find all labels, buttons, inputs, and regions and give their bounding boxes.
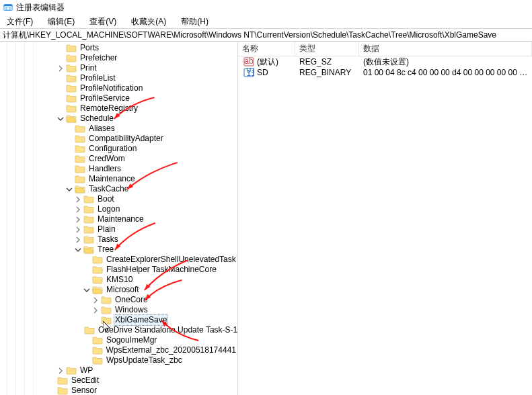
tree-node-maintenance[interactable]: Maintenance xyxy=(0,214,237,224)
folder-icon xyxy=(66,44,77,52)
folder-icon xyxy=(75,124,85,133)
chevron-right-icon[interactable] xyxy=(74,206,82,214)
tree-node-boot[interactable]: Boot xyxy=(0,194,237,204)
tree-node-aliases[interactable]: Aliases xyxy=(0,124,237,134)
folder-icon xyxy=(83,235,94,244)
value-row[interactable]: 011110SDREG_BINARY01 00 04 8c c4 00 00 0… xyxy=(238,67,532,78)
tree-node-plain[interactable]: Plain xyxy=(0,224,237,234)
folder-icon xyxy=(83,195,94,204)
tree-label: SogouImeMgr xyxy=(105,335,158,345)
tree-node-tasks[interactable]: Tasks xyxy=(0,234,237,245)
tree-node-flashhelper-taskmachinecore[interactable]: FlashHelper TaskMachineCore xyxy=(0,265,237,275)
tree-node-sensor[interactable]: Sensor xyxy=(0,386,237,395)
address-bar[interactable]: 计算机\HKEY_LOCAL_MACHINE\SOFTWARE\Microsof… xyxy=(0,28,532,42)
folder-icon xyxy=(101,296,112,304)
tree-node-profilenotification[interactable]: ProfileNotification xyxy=(0,83,237,93)
menu-help[interactable]: 帮助(H) xyxy=(177,15,213,29)
tree-label: Ports xyxy=(79,43,100,53)
folder-icon xyxy=(83,205,94,214)
chevron-right-icon[interactable] xyxy=(74,226,82,234)
tree-label: XblGameSave xyxy=(114,314,168,326)
svg-rect-4 xyxy=(9,7,11,8)
col-type[interactable]: 类型 xyxy=(295,42,359,56)
value-data: 01 00 04 8c c4 00 00 00 d4 00 00 00 00 0… xyxy=(359,68,532,77)
tree-node-prefetcher[interactable]: Prefetcher xyxy=(0,53,237,63)
tree-label: Tree xyxy=(96,245,115,255)
tree-node-compatibilityadapter[interactable]: CompatibilityAdapter xyxy=(0,134,237,144)
svg-rect-2 xyxy=(5,7,8,8)
tree-label: Tasks xyxy=(96,234,120,245)
menu-edit[interactable]: 编辑(E) xyxy=(44,15,79,29)
chevron-down-icon[interactable] xyxy=(65,185,73,193)
menu-file[interactable]: 文件(F) xyxy=(3,15,37,29)
tree-label: WpsExternal_zbc_20200518174441 xyxy=(105,345,237,355)
tree-node-xblgamesave[interactable]: XblGameSave xyxy=(0,315,237,325)
menu-favorites[interactable]: 收藏夹(A) xyxy=(127,15,170,29)
chevron-right-icon[interactable] xyxy=(74,216,82,224)
folder-icon xyxy=(66,64,77,73)
tree-node-configuration[interactable]: Configuration xyxy=(0,144,237,154)
tree-node-maintenance[interactable]: Maintenance xyxy=(0,174,237,184)
tree-node-ports[interactable]: Ports xyxy=(0,43,237,53)
folder-icon xyxy=(66,94,77,103)
tree-label: OneCore xyxy=(114,295,149,305)
folder-icon xyxy=(92,356,103,365)
chevron-down-icon[interactable] xyxy=(56,115,65,123)
folder-icon xyxy=(66,54,77,62)
folder-icon xyxy=(75,155,85,163)
tree-node-onedrive-standalone-update-task-s-1-5[interactable]: OneDrive Standalone Update Task-S-1-5 xyxy=(0,325,237,335)
tree-node-wp[interactable]: WP xyxy=(0,365,237,376)
tree-node-profileservice[interactable]: ProfileService xyxy=(0,93,237,103)
tree-label: ProfileNotification xyxy=(79,83,144,93)
address-path: 计算机\HKEY_LOCAL_MACHINE\SOFTWARE\Microsof… xyxy=(3,30,496,41)
chevron-right-icon[interactable] xyxy=(56,367,65,375)
window-title: 注册表编辑器 xyxy=(16,2,65,13)
menu-view[interactable]: 查看(V) xyxy=(85,15,120,29)
tree-node-wpsexternal-zbc-20200518174441[interactable]: WpsExternal_zbc_20200518174441 xyxy=(0,345,237,355)
tree-node-onecore[interactable]: OneCore xyxy=(0,295,237,305)
folder-icon xyxy=(66,74,77,83)
tree-node-wpsupdatetask-zbc[interactable]: WpsUpdateTask_zbc xyxy=(0,355,237,365)
value-data: (数值未设置) xyxy=(359,56,532,68)
tree-node-windows[interactable]: Windows xyxy=(0,305,237,315)
chevron-right-icon[interactable] xyxy=(56,64,65,73)
tree-node-credwom[interactable]: CredWom xyxy=(0,154,237,164)
tree-node-sogouimemgr[interactable]: SogouImeMgr xyxy=(0,335,237,345)
tree-label: RemoteRegistry xyxy=(79,103,139,114)
tree-label: Logon xyxy=(96,204,121,214)
svg-rect-1 xyxy=(4,5,12,7)
tree-label: SecEdit xyxy=(70,376,100,386)
tree-node-microsoft[interactable]: Microsoft xyxy=(0,285,237,295)
tree-label: Maintenance xyxy=(87,174,137,184)
tree-label: Configuration xyxy=(87,144,138,154)
values-pane[interactable]: 名称 类型 数据 ab(默认)REG_SZ(数值未设置)011110SDREG_… xyxy=(238,42,532,395)
chevron-right-icon[interactable] xyxy=(91,306,100,314)
tree-node-print[interactable]: Print xyxy=(0,63,237,73)
col-name[interactable]: 名称 xyxy=(238,42,295,56)
tree-node-profilelist[interactable]: ProfileList xyxy=(0,73,237,83)
tree-label: WP xyxy=(79,365,94,376)
tree-label: FlashHelper TaskMachineCore xyxy=(105,265,218,275)
folder-icon xyxy=(101,316,112,324)
tree-node-tree[interactable]: Tree xyxy=(0,245,237,255)
chevron-down-icon[interactable] xyxy=(74,246,82,254)
chevron-right-icon[interactable] xyxy=(74,236,82,244)
chevron-down-icon[interactable] xyxy=(83,286,91,294)
folder-icon xyxy=(92,275,103,284)
tree-node-createexplorershellunelevatedtask[interactable]: CreateExplorerShellUnelevatedTask xyxy=(0,255,237,265)
chevron-right-icon[interactable] xyxy=(74,195,82,204)
value-row[interactable]: ab(默认)REG_SZ(数值未设置) xyxy=(238,56,532,67)
svg-rect-5 xyxy=(9,9,11,9)
tree-label: Prefetcher xyxy=(79,53,118,63)
tree-label: Maintenance xyxy=(96,214,145,224)
tree-node-secedit[interactable]: SecEdit xyxy=(0,376,237,386)
tree-pane[interactable]: PortsPrefetcherPrintProfileListProfileNo… xyxy=(0,42,238,395)
tree-node-taskcache[interactable]: TaskCache xyxy=(0,184,237,194)
tree-node-remoteregistry[interactable]: RemoteRegistry xyxy=(0,103,237,114)
tree-node-handlers[interactable]: Handlers xyxy=(0,164,237,174)
chevron-right-icon[interactable] xyxy=(91,296,100,304)
tree-node-schedule[interactable]: Schedule xyxy=(0,114,237,124)
col-data[interactable]: 数据 xyxy=(359,42,532,56)
tree-node-logon[interactable]: Logon xyxy=(0,204,237,214)
tree-node-kms10[interactable]: KMS10 xyxy=(0,275,237,285)
